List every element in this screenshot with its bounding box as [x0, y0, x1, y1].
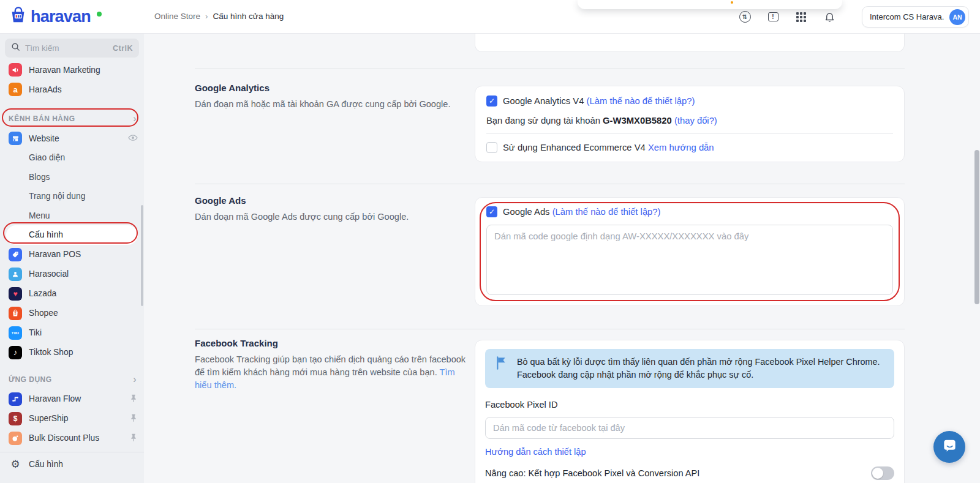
- account-menu-button[interactable]: Intercom CS Harava... AN: [862, 6, 969, 28]
- google-ads-code-textarea[interactable]: [486, 225, 893, 295]
- section-divider: [195, 184, 905, 184]
- sidebar-item-shopee[interactable]: S Shopee: [0, 304, 144, 323]
- sub-item-label: Menu: [29, 211, 50, 220]
- breadcrumb-current: Cấu hình cửa hàng: [213, 12, 284, 21]
- haravan-wordmark: haravan: [31, 7, 91, 26]
- google-ads-title: Google Ads: [195, 195, 467, 206]
- sidebar-item-harasocial[interactable]: Harasocial: [0, 264, 144, 284]
- sidebar-item-supership[interactable]: $ SuperShip: [0, 409, 144, 429]
- fb-conversion-api-toggle[interactable]: [871, 466, 894, 480]
- haravan-bag-icon: [9, 6, 28, 27]
- sidebar-item-haravan-flow[interactable]: Haravan Flow: [0, 389, 144, 409]
- page-scrollbar[interactable]: [974, 150, 979, 304]
- sidebar-item-tiki[interactable]: TIKI Tiki: [0, 323, 144, 343]
- search-input[interactable]: Tìm kiếm CtrlK: [5, 39, 139, 58]
- sidebar-item-menu[interactable]: Menu: [0, 206, 144, 226]
- haraads-icon: a: [9, 83, 22, 96]
- enhanced-ecommerce-label: Sử dụng Enhanced Ecommerce V4: [503, 143, 646, 152]
- sidebar-item-label: Shopee: [29, 309, 58, 318]
- ga-account-code: G-W3MX0B5820: [603, 116, 672, 125]
- tiki-icon: TIKI: [9, 326, 22, 340]
- google-ads-label-col: Google Ads Dán đoạn mã Google Ads được c…: [195, 195, 467, 223]
- sidebar-item-bulk-discount-plus[interactable]: Bulk Discount Plus: [0, 429, 144, 448]
- sidebar-item-lazada[interactable]: ♥ Lazada: [0, 284, 144, 304]
- section-label: ỨNG DỤNG: [9, 375, 52, 384]
- sub-item-label: Trang nội dung: [29, 192, 85, 201]
- sidebar-item-label: Tiktok Shop: [29, 348, 73, 357]
- google-analytics-label-col: Google Analytics Dán đoạn mã hoặc mã tài…: [195, 83, 467, 111]
- enhanced-ecommerce-checkbox[interactable]: [486, 142, 497, 153]
- breadcrumb-separator-icon: ›: [205, 12, 208, 21]
- fb-pixel-id-input[interactable]: [485, 417, 894, 439]
- feedback-icon[interactable]: !: [766, 10, 780, 24]
- ga-change-link[interactable]: (thay đổi?): [674, 116, 717, 125]
- sidebar-divider: [0, 452, 144, 452]
- sidebar-item-label: Haravan Flow: [29, 394, 81, 403]
- sidebar-section-apps[interactable]: ỨNG DỤNG ›: [0, 370, 144, 389]
- chevron-right-icon: ›: [133, 113, 137, 124]
- section-divider: [195, 69, 905, 69]
- sub-item-label: Blogs: [29, 173, 50, 182]
- facebook-tracking-label-col: Facebook Tracking Facebook Tracking giúp…: [195, 338, 467, 392]
- haravan-logo[interactable]: haravan: [9, 6, 102, 27]
- sub-item-label: Giao diện: [29, 153, 65, 162]
- main-content: Google Analytics Dán đoạn mã hoặc mã tài…: [144, 34, 980, 483]
- fb-setup-guide-link[interactable]: Hướng dẫn cách thiết lập: [485, 447, 586, 457]
- sidebar-item-settings[interactable]: ⚙ Cấu hình: [0, 455, 144, 474]
- ga-v4-label: Google Analytics V4: [503, 96, 584, 106]
- google-ads-checkbox[interactable]: ✓: [486, 206, 497, 217]
- google-ads-setup-link[interactable]: (Làm thế nào để thiết lập?): [552, 207, 661, 217]
- sidebar-item-giao-dien[interactable]: Giao diện: [0, 148, 144, 168]
- sync-status-icon[interactable]: ⇅: [738, 10, 752, 24]
- ga-account-prefix: Bạn đang sử dụng tài khoản: [486, 116, 600, 125]
- sidebar-item-blogs[interactable]: Blogs: [0, 168, 144, 187]
- sidebar-item-haraads[interactable]: a HaraAds: [0, 80, 144, 99]
- supership-icon: $: [9, 412, 22, 425]
- lazada-icon: ♥: [9, 287, 22, 301]
- fb-advanced-label: Nâng cao: Kết hợp Facebook Pixel và Conv…: [485, 468, 699, 478]
- chat-bubble-icon: [941, 438, 958, 457]
- chevron-right-icon: ›: [133, 374, 137, 385]
- previous-card-partial: [475, 34, 905, 52]
- sidebar-item-tiktok-shop[interactable]: ♪ Tiktok Shop: [0, 343, 144, 362]
- breadcrumb: Online Store › Cấu hình cửa hàng: [154, 12, 284, 21]
- haravan-admin-app: haravan Online Store › Cấu hình cửa hàng…: [0, 0, 980, 483]
- intercom-chat-button[interactable]: [933, 431, 965, 463]
- harasocial-icon: [9, 268, 22, 281]
- apps-grid-icon[interactable]: [794, 10, 808, 24]
- pin-icon[interactable]: [129, 413, 138, 424]
- google-analytics-description: Dán đoạn mã hoặc mã tài khoản GA được cu…: [195, 98, 467, 111]
- google-analytics-card: ✓ Google Analytics V4 (Làm thế nào để th…: [475, 86, 905, 162]
- ga-account-row: Bạn đang sử dụng tài khoản G-W3MX0B5820 …: [486, 116, 893, 125]
- sidebar-item-haravan-pos[interactable]: Haravan POS: [0, 245, 144, 264]
- sidebar-section-sales-channels[interactable]: KÊNH BÁN HÀNG ›: [0, 109, 144, 129]
- haravan-pos-icon: [9, 248, 22, 261]
- sidebar-item-trang-noi-dung[interactable]: Trang nội dung: [0, 187, 144, 206]
- haravan-marketing-icon: [9, 63, 22, 77]
- ga-setup-link[interactable]: (Làm thế nào để thiết lập?): [587, 96, 695, 106]
- sub-item-label: Cấu hình: [29, 230, 63, 239]
- sidebar-item-website[interactable]: Website: [0, 129, 144, 148]
- pin-icon[interactable]: [129, 394, 138, 405]
- search-icon: [11, 42, 20, 54]
- search-shortcut: CtrlK: [113, 44, 133, 53]
- breadcrumb-parent[interactable]: Online Store: [154, 12, 200, 21]
- sidebar-item-cau-hinh-active[interactable]: Cấu hình: [6, 225, 138, 245]
- haravan-flow-icon: [9, 392, 22, 406]
- bulk-discount-plus-icon: [9, 432, 22, 445]
- eye-visibility-icon[interactable]: [128, 134, 138, 143]
- ga-v4-checkbox[interactable]: ✓: [486, 95, 497, 107]
- account-name: Intercom CS Harava...: [870, 12, 944, 21]
- section-label: KÊNH BÁN HÀNG: [9, 114, 75, 123]
- pin-icon[interactable]: [129, 433, 138, 444]
- sidebar: Tìm kiếm CtrlK Haravan Marketing a HaraA…: [0, 34, 144, 483]
- enhanced-guide-link[interactable]: Xem hướng dẫn: [648, 143, 714, 152]
- google-analytics-title: Google Analytics: [195, 83, 467, 93]
- facebook-tracking-card: Bỏ qua bất kỳ lỗi được tìm thấy liên qua…: [475, 340, 905, 483]
- dismissed-popup-remnant: [578, 0, 842, 9]
- sidebar-item-haravan-marketing[interactable]: Haravan Marketing: [0, 60, 144, 80]
- sidebar-item-label: Haravan Marketing: [29, 66, 100, 75]
- flag-icon: [495, 356, 508, 373]
- bell-icon[interactable]: [823, 10, 836, 24]
- sidebar-item-label: Lazada: [29, 289, 56, 298]
